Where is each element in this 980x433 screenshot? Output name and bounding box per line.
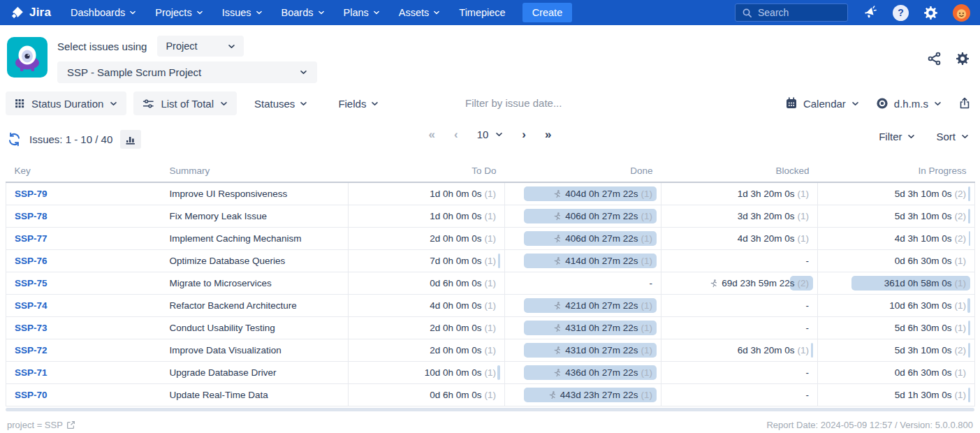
duration-count: (1) <box>485 345 497 355</box>
duration-cell-done: 431d 0h 27m 22s(1) <box>505 316 661 339</box>
nav-item-projects[interactable]: Projects <box>155 7 203 18</box>
page-size-value: 10 <box>477 129 489 140</box>
first-page-button[interactable]: « <box>429 129 435 140</box>
nav-item-boards[interactable]: Boards <box>281 7 325 18</box>
fields-button[interactable]: Fields <box>332 91 385 115</box>
time-format-label: d.h.m.s <box>894 98 928 110</box>
export-icon[interactable] <box>958 97 971 110</box>
chevron-down-icon <box>129 9 136 16</box>
issue-key-link[interactable]: SSP-72 <box>15 345 47 355</box>
jira-logo[interactable]: Jira <box>10 6 51 20</box>
duration-text: - <box>670 256 809 266</box>
report-type-button[interactable]: Status Duration <box>6 91 126 115</box>
duration-text: - <box>513 278 652 288</box>
issue-key-link[interactable]: SSP-71 <box>15 367 47 378</box>
issues-count-label: Issues: 1 - 10 / 40 <box>29 133 112 145</box>
help-icon[interactable]: ? <box>893 5 909 21</box>
table-row: SSP-71Upgrade Database Driver10d 0h 0m 0… <box>6 361 975 383</box>
announcements-icon[interactable] <box>863 5 878 20</box>
duration-count: (2) <box>955 345 967 355</box>
duration-cell-in-progress: 10d 6h 30m 0s(1) <box>818 294 975 316</box>
view-mode-button[interactable]: List of Total <box>133 91 237 115</box>
filter-button[interactable]: Filter <box>879 131 915 142</box>
issue-key-link[interactable]: SSP-77 <box>15 233 47 244</box>
issue-summary: Refactor Backend Architecture <box>161 294 349 316</box>
duration-value: 443d 23h 27m 22s <box>560 390 638 400</box>
jql-link[interactable]: project = SSP <box>7 420 75 430</box>
issue-key-link[interactable]: SSP-79 <box>15 189 47 199</box>
nav-item-timepiece[interactable]: Timepiece <box>459 7 505 18</box>
duration-value: 2d 0h 0m 0s <box>430 233 481 244</box>
duration-value: 414d 0h 27m 22s <box>565 256 638 266</box>
key-cell: SSP-77 <box>6 227 161 249</box>
duration-text: 4d 3h 10m 0s(2) <box>826 233 966 244</box>
next-page-button[interactable]: › <box>522 129 526 140</box>
report-footer: project = SSP Report Date: 2024-05-09 12… <box>0 411 980 430</box>
issue-source-select[interactable]: Project <box>157 36 244 57</box>
chart-view-button[interactable] <box>120 130 141 149</box>
project-select[interactable]: SSP - Sample Scrum Project <box>57 61 317 83</box>
duration-cell-todo: 1d 0h 0m 0s(1) <box>349 205 505 227</box>
nav-item-assets[interactable]: Assets <box>399 7 441 18</box>
duration-value: - <box>806 300 810 311</box>
user-avatar[interactable] <box>953 4 970 22</box>
duration-cell-done: 431d 0h 27m 22s(1) <box>505 339 661 361</box>
calendar-button[interactable]: Calendar <box>785 97 859 110</box>
nav-item-dashboards[interactable]: Dashboards <box>71 7 136 18</box>
issue-key-link[interactable]: SSP-73 <box>15 323 47 333</box>
nav-item-issues[interactable]: Issues <box>222 7 263 18</box>
chevron-down-icon <box>371 100 379 108</box>
issue-key-link[interactable]: SSP-70 <box>15 390 47 400</box>
duration-count: (1) <box>485 390 497 400</box>
duration-cell-in-progress: 5d 3h 10m 0s(2) <box>818 205 975 227</box>
issue-key-link[interactable]: SSP-75 <box>15 278 47 288</box>
duration-count: (1) <box>955 278 967 288</box>
column-header-summary: Summary <box>161 159 349 182</box>
duration-cell-blocked: 6d 3h 20m 0s(1) <box>661 339 818 361</box>
duration-text: 2d 0h 0m 0s(1) <box>357 323 496 333</box>
duration-text: 436d 0h 27m 22s(1) <box>513 367 652 378</box>
issue-key-link[interactable]: SSP-74 <box>15 300 47 311</box>
duration-text: 0d 6h 30m 0s(1) <box>826 256 966 266</box>
report-info: Report Date: 2024-05-09 12:57 / Version:… <box>766 420 973 430</box>
page-size-select[interactable]: 10 <box>477 129 504 140</box>
issue-key-link[interactable]: SSP-78 <box>15 211 47 221</box>
key-cell: SSP-76 <box>6 249 161 272</box>
refresh-icon[interactable] <box>7 132 22 147</box>
duration-text: 0d 6h 30m 0s(1) <box>826 367 966 378</box>
running-status-icon <box>553 189 562 198</box>
time-format-button[interactable]: d.h.m.s <box>876 97 942 110</box>
issue-date-filter-input[interactable]: Filter by issue date... <box>465 97 562 109</box>
duration-cell-done: 443d 23h 27m 22s(1) <box>505 383 661 406</box>
issue-key-link[interactable]: SSP-76 <box>15 256 47 266</box>
duration-cell-blocked: 4d 3h 20m 0s(1) <box>661 227 818 249</box>
duration-cell-blocked: 69d 23h 59m 22s(2) <box>661 272 818 294</box>
issue-source-value: Project <box>166 41 197 52</box>
duration-value: 4d 0h 0m 0s <box>430 300 481 311</box>
sort-button[interactable]: Sort <box>936 131 969 142</box>
last-page-button[interactable]: » <box>545 129 551 140</box>
chevron-down-icon <box>256 9 263 16</box>
chevron-down-icon <box>495 131 503 138</box>
prev-page-button[interactable]: ‹ <box>454 129 458 140</box>
duration-value: 431d 0h 27m 22s <box>565 345 638 355</box>
duration-text: 404d 0h 27m 22s(1) <box>513 189 652 199</box>
nav-item-plans[interactable]: Plans <box>344 7 380 18</box>
issue-summary: Improve UI Responsiveness <box>161 182 349 205</box>
statuses-button[interactable]: Statuses <box>248 91 314 115</box>
settings-icon[interactable] <box>923 6 938 20</box>
duration-count: (1) <box>641 189 653 199</box>
report-settings-icon[interactable] <box>956 52 970 66</box>
duration-cell-todo: 2d 0h 0m 0s(1) <box>349 316 505 339</box>
nav-search-input[interactable]: Search <box>735 3 848 22</box>
duration-cell-blocked: - <box>661 361 818 383</box>
duration-cell-done: 414d 0h 27m 22s(1) <box>505 249 661 272</box>
duration-count: (1) <box>485 300 497 311</box>
running-status-icon <box>548 390 557 399</box>
duration-cell-in-progress: 5d 6h 30m 0s(1) <box>818 316 975 339</box>
create-button[interactable]: Create <box>522 3 573 22</box>
duration-value: 4d 3h 10m 0s <box>895 233 952 244</box>
fields-label: Fields <box>338 98 366 110</box>
share-icon[interactable] <box>928 52 942 66</box>
chevron-down-icon <box>851 100 859 108</box>
